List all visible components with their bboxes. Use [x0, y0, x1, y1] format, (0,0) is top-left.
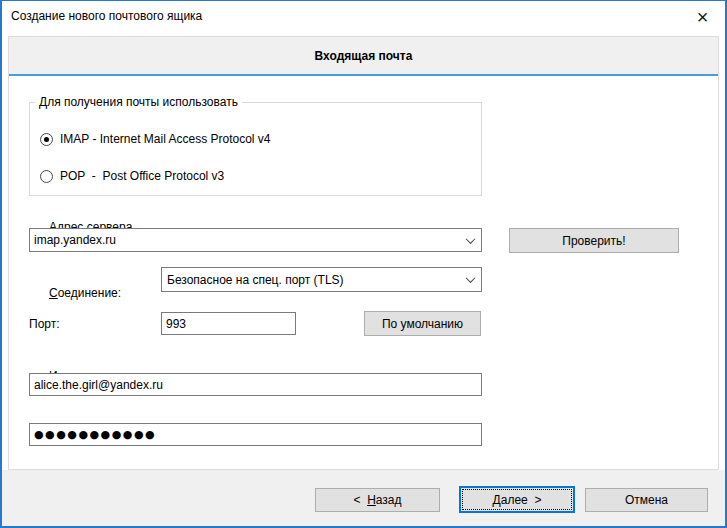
radio-option-imap[interactable]: IMAP - Internet Mail Access Protocol v4 — [40, 131, 271, 147]
wizard-panel: Входящая почта Для получения почты испол… — [8, 36, 719, 470]
chevron-down-icon — [465, 234, 475, 244]
protocol-group-legend: Для получения почты использовать — [35, 95, 242, 109]
connection-label: Соединение: — [29, 272, 121, 314]
default-port-button[interactable]: По умолчанию — [364, 311, 481, 336]
port-label: Порт: — [29, 317, 60, 331]
username-input[interactable] — [29, 373, 482, 396]
radio-unselected-icon[interactable] — [40, 170, 53, 183]
page-header: Входящая почта — [9, 37, 718, 76]
window-title: Создание нового почтового ящика — [11, 9, 202, 23]
port-input[interactable] — [161, 312, 296, 335]
close-button[interactable]: × — [680, 1, 725, 33]
radio-label-imap: IMAP - Internet Mail Access Protocol v4 — [60, 132, 271, 146]
back-button[interactable]: < Назад — [315, 488, 440, 512]
title-bar: Создание нового почтового ящика × — [0, 0, 727, 35]
connection-selected-value: Безопасное на спец. порт (TLS) — [162, 273, 459, 287]
radio-option-pop[interactable]: POP - Post Office Protocol v3 — [40, 168, 224, 184]
server-address-combobox[interactable] — [29, 228, 482, 252]
server-combo-dropdown[interactable] — [459, 229, 481, 251]
close-icon: × — [697, 7, 709, 27]
server-address-input[interactable] — [30, 229, 459, 251]
connection-dropdown[interactable] — [459, 268, 481, 291]
radio-label-pop: POP - Post Office Protocol v3 — [60, 169, 224, 183]
protocol-groupbox: Для получения почты использовать IMAP - … — [29, 102, 482, 196]
connection-select[interactable]: Безопасное на спец. порт (TLS) — [161, 267, 482, 292]
radio-selected-icon[interactable] — [40, 133, 53, 146]
chevron-down-icon — [465, 273, 475, 283]
cancel-button[interactable]: Отмена — [585, 488, 708, 512]
page-title: Входящая почта — [315, 49, 413, 63]
footer-bar: < Назад Далее > Отмена — [0, 470, 727, 528]
dialog-window: Создание нового почтового ящика × Входящ… — [0, 0, 727, 528]
password-input[interactable] — [29, 423, 482, 446]
check-server-button[interactable]: Проверить! — [509, 228, 679, 253]
next-button[interactable]: Далее > — [459, 486, 575, 513]
